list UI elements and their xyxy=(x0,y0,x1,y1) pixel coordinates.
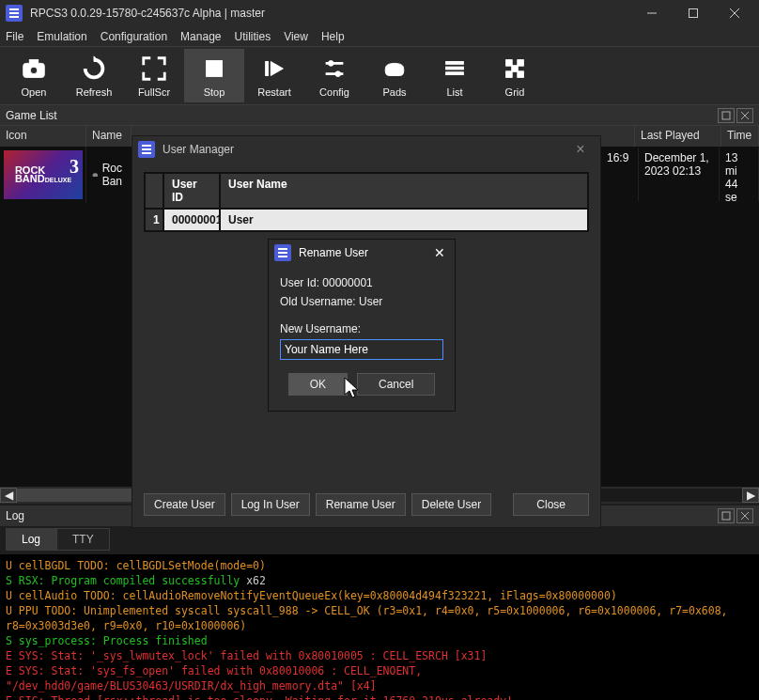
rename-titlebar[interactable]: Rename User ✕ xyxy=(269,240,455,266)
game-time: 13 mi 44 se xyxy=(720,148,759,201)
rename-new-label: New Username: xyxy=(280,322,443,335)
panel-float-button[interactable] xyxy=(718,108,735,123)
game-row-right: 16:9 December 1, 2023 02:13 13 mi 44 se xyxy=(601,148,759,202)
ok-button[interactable]: OK xyxy=(288,373,348,396)
user-manager-title: User Manager xyxy=(163,143,566,156)
user-row[interactable]: 1 00000001 User xyxy=(145,209,588,231)
toolbar-grid-label: Grid xyxy=(505,86,525,98)
close-user-manager-button[interactable]: Close xyxy=(513,493,589,516)
list-icon xyxy=(441,54,469,83)
user-id-header[interactable]: User ID xyxy=(163,173,220,209)
svg-rect-15 xyxy=(446,71,464,74)
user-id: 00000001 xyxy=(163,209,220,231)
toolbar-restart-label: Restart xyxy=(257,86,290,98)
user-index-header xyxy=(145,173,163,209)
svg-rect-13 xyxy=(446,61,464,64)
panel-close-button[interactable] xyxy=(736,108,753,123)
toolbar-pads[interactable]: Pads xyxy=(364,49,425,102)
game-last-played: December 1, 2023 02:13 xyxy=(639,148,720,201)
cancel-button[interactable]: Cancel xyxy=(357,373,435,396)
app-logo-icon xyxy=(274,244,291,261)
rename-close-icon[interactable]: ✕ xyxy=(430,245,449,260)
controller-icon xyxy=(92,169,99,180)
log-body[interactable]: U cellBGDL TODO: cellBGDLSetMode(mode=0)… xyxy=(0,554,759,700)
svg-point-6 xyxy=(30,67,38,74)
tab-log[interactable]: Log xyxy=(6,528,56,551)
minimize-button[interactable] xyxy=(631,0,673,26)
scroll-right-icon[interactable]: ▶ xyxy=(742,488,759,503)
svg-rect-17 xyxy=(518,59,524,66)
game-name: Roc xyxy=(102,162,122,175)
scroll-left-icon[interactable]: ◀ xyxy=(0,488,17,503)
toolbar-stop[interactable]: Stop xyxy=(184,49,244,102)
menu-manage[interactable]: Manage xyxy=(180,30,221,43)
log-line: E SYS: Stat: 'sys_fs_open' failed with 0… xyxy=(6,663,753,693)
toolbar-fullscr-label: FullScr xyxy=(138,86,170,98)
menu-configuration[interactable]: Configuration xyxy=(101,30,167,43)
app-logo-icon xyxy=(138,141,155,158)
col-name[interactable]: Name xyxy=(86,126,132,147)
toolbar-config-label: Config xyxy=(319,86,349,98)
create-user-button[interactable]: Create User xyxy=(144,493,225,516)
titlebar: RPCS3 0.0.29-15780-c245637c Alpha | mast… xyxy=(0,0,759,26)
toolbar-open[interactable]: Open xyxy=(4,49,64,102)
game-aspect: 16:9 xyxy=(601,148,639,201)
menu-file[interactable]: File xyxy=(6,30,23,43)
svg-point-11 xyxy=(328,60,333,66)
log-line: U cellAudio TODO: cellAudioRemoveNotifyE… xyxy=(6,588,753,603)
gamepad-icon xyxy=(380,54,409,83)
toolbar-fullscr[interactable]: FullScr xyxy=(124,49,184,102)
svg-rect-16 xyxy=(506,59,513,66)
delete-user-button[interactable]: Delete User xyxy=(411,493,491,516)
col-last-played[interactable]: Last Played xyxy=(635,126,721,147)
toolbar-open-label: Open xyxy=(22,86,47,98)
menu-help[interactable]: Help xyxy=(321,30,345,43)
svg-rect-1 xyxy=(689,9,698,18)
toolbar-restart[interactable]: Restart xyxy=(244,49,304,102)
rename-user-dialog: Rename User ✕ User Id: 00000001 Old User… xyxy=(268,239,456,412)
svg-rect-7 xyxy=(207,60,223,76)
game-icon-cell: ROCKBANDDELUXE 3 xyxy=(0,147,86,203)
maximize-button[interactable] xyxy=(673,0,714,26)
login-user-button[interactable]: Log In User xyxy=(231,493,310,516)
cursor-icon xyxy=(343,376,362,400)
log-line: S RSX: Program compiled successfully x62 xyxy=(6,573,753,588)
svg-point-12 xyxy=(335,70,341,76)
new-username-input[interactable] xyxy=(280,339,443,360)
log-line: E SIG: Thread [rsx::thread] is too sleep… xyxy=(6,693,753,700)
gamelist-title: Game List xyxy=(6,109,57,122)
svg-rect-20 xyxy=(512,65,519,71)
stop-icon xyxy=(200,54,228,83)
svg-rect-24 xyxy=(722,512,730,520)
menu-utilities[interactable]: Utilities xyxy=(234,30,271,43)
game-cover-icon: ROCKBANDDELUXE 3 xyxy=(4,150,83,199)
log-line: U PPU TODO: Unimplemented syscall syscal… xyxy=(6,603,753,633)
rename-user-button[interactable]: Rename User xyxy=(316,493,406,516)
menu-view[interactable]: View xyxy=(284,30,308,43)
log-float-button[interactable] xyxy=(718,508,735,523)
toolbar-grid[interactable]: Grid xyxy=(485,49,545,102)
tab-tty[interactable]: TTY xyxy=(56,528,110,551)
svg-rect-19 xyxy=(518,70,524,77)
toolbar-list-label: List xyxy=(446,86,462,98)
user-name-header[interactable]: User Name xyxy=(220,173,588,209)
toolbar-list[interactable]: List xyxy=(425,49,485,102)
user-table: User ID User Name 1 00000001 User xyxy=(144,172,589,232)
user-index: 1 xyxy=(145,209,163,231)
close-button[interactable] xyxy=(714,0,755,26)
toolbar: Open Refresh FullScr Stop Restart Config… xyxy=(0,47,759,105)
menu-emulation[interactable]: Emulation xyxy=(37,30,86,43)
game-row[interactable]: ROCKBANDDELUXE 3 Roc Ban xyxy=(0,147,128,203)
refresh-icon xyxy=(80,54,108,83)
svg-rect-21 xyxy=(722,112,730,119)
user-manager-close-icon[interactable]: × xyxy=(566,141,595,158)
toolbar-refresh[interactable]: Refresh xyxy=(64,49,124,102)
game-name-2: Ban xyxy=(102,175,122,188)
col-icon[interactable]: Icon xyxy=(0,126,86,147)
toolbar-config[interactable]: Config xyxy=(304,49,364,102)
log-close-button[interactable] xyxy=(736,508,753,523)
grid-icon xyxy=(501,54,529,83)
col-time[interactable]: Time xyxy=(721,126,759,147)
user-manager-titlebar[interactable]: User Manager × xyxy=(132,136,600,163)
log-tabs: Log TTY xyxy=(6,528,110,551)
